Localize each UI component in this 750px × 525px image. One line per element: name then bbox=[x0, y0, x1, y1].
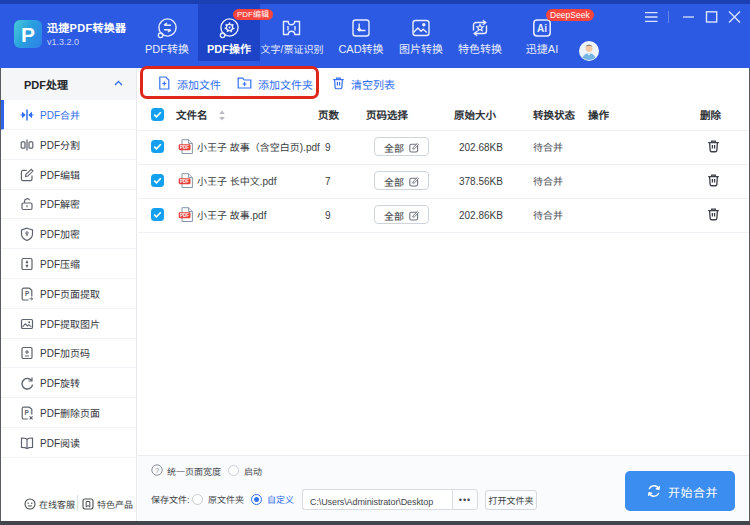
svg-text:P: P bbox=[25, 290, 30, 297]
svg-text:P: P bbox=[25, 409, 30, 416]
svg-text:PDF: PDF bbox=[180, 213, 189, 218]
svg-text:PDF: PDF bbox=[180, 179, 189, 184]
svg-text:Ai: Ai bbox=[537, 23, 547, 34]
svg-text:?: ? bbox=[155, 466, 159, 475]
svg-text:PDF: PDF bbox=[180, 145, 189, 150]
